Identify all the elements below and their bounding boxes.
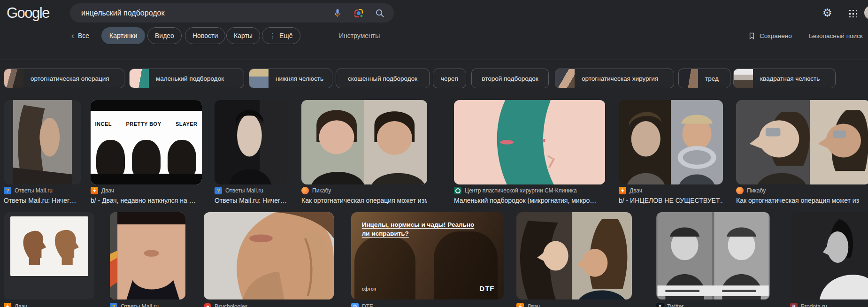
source-label: Двач [101, 187, 114, 194]
result-title[interactable]: Как ортогнатическая операция может из [736, 197, 868, 204]
result-source[interactable]: Двач [91, 186, 202, 195]
dvach-favicon [516, 303, 524, 307]
result-source[interactable]: Двач [516, 302, 632, 307]
image-result-bw-portrait[interactable] [790, 212, 868, 299]
chip-label: череп [434, 75, 465, 82]
result-title[interactable]: Ответы Mail.ru: Ничег… [215, 197, 287, 204]
google-images-results-page: Google [0, 0, 868, 307]
image-result-incel-meme[interactable]: INCEL PRETTY BOY SLAYER [91, 100, 202, 184]
google-logo[interactable]: Google [7, 5, 49, 22]
result-source[interactable]: Пикабу [301, 186, 427, 195]
safe-search-label: Безопасный поиск [809, 32, 863, 39]
pikabu-favicon [736, 187, 744, 194]
dvach-favicon [619, 187, 626, 194]
image-result-hand-on-jaw[interactable] [204, 212, 334, 299]
image-result-woman-profile[interactable] [4, 100, 81, 184]
chip-thumbnail [734, 69, 753, 88]
result-source[interactable]: Ответы Mail.ru [4, 186, 81, 195]
tab-news[interactable]: Новости [185, 27, 225, 44]
image-result-chin-illustration[interactable] [454, 100, 605, 184]
result-source[interactable]: Ответы Mail.ru [215, 186, 287, 195]
chip-label: скошенный подбородок [341, 75, 424, 82]
chip-small-chin[interactable]: маленький подбородок [129, 69, 244, 88]
result-source[interactable]: DTF [351, 302, 504, 307]
chip-thumbnail [555, 69, 575, 88]
tab-all[interactable]: ‹ Все [71, 27, 89, 44]
result-source[interactable]: Psychologies [204, 302, 334, 307]
otvety-mailru-favicon [110, 303, 117, 307]
search-bar[interactable] [70, 3, 394, 23]
sm-clinic-favicon [454, 187, 461, 194]
image-result-dark-portrait[interactable] [215, 100, 287, 184]
search-icon[interactable] [374, 8, 385, 19]
tab-more[interactable]: ⋮ Ещё [262, 27, 300, 44]
image-result-3d-heads[interactable] [4, 212, 94, 299]
chip-label: ортогнатическая хирургия [575, 75, 665, 82]
image-result-man-lower-face[interactable] [110, 212, 185, 299]
tab-maps[interactable]: Карты [226, 27, 260, 44]
image-result-dtf-meme[interactable]: Инцелы, нормисы и чады! Реально ли испра… [351, 212, 504, 299]
tab-images[interactable]: Картинки [101, 27, 145, 44]
result-caption: Двач [4, 302, 94, 307]
tab-video[interactable]: Видео [147, 27, 182, 44]
result-source[interactable]: Ответы Mail.ru [110, 302, 185, 307]
source-label: Двач [630, 187, 642, 194]
account-avatar[interactable] [864, 6, 868, 20]
saved-button[interactable]: Сохранено [748, 27, 792, 44]
image-result-vintage-photos[interactable] [656, 212, 770, 299]
meme-head [132, 140, 161, 179]
chip-thumbnail [679, 69, 698, 88]
dvach-favicon [4, 303, 11, 307]
chip-lower-jaw[interactable]: нижняя челюсть [249, 69, 332, 88]
source-label: Пикабу [747, 187, 766, 194]
result-title[interactable]: Как ортогнатическая операция может изм… [301, 197, 427, 204]
inner-image [10, 216, 88, 276]
prodota-favicon [790, 303, 798, 307]
result-source[interactable]: Prodota.ru [790, 302, 868, 307]
result-caption: Двач b/ - ИНЦЕЛОВ НЕ СУЩЕСТВУЕТ… [619, 186, 723, 204]
chip-label: второй подбородок [475, 75, 545, 82]
chip-ortognathic-surgery[interactable]: ортогнатическая хирургия [555, 69, 674, 88]
safe-search-button[interactable]: Безопасный поиск [809, 27, 863, 44]
image-result-two-profiles[interactable] [516, 212, 632, 299]
image-result-two-men-collage[interactable] [619, 100, 723, 184]
result-source[interactable]: Twitter [656, 302, 770, 307]
result-caption: Двач b/ - Двач, недавно наткнулся на … [91, 186, 202, 204]
dtf-favicon [351, 303, 359, 307]
result-title[interactable]: Ответы Mail.ru: Ничег… [4, 197, 81, 204]
source-label: DTF [362, 303, 373, 307]
google-apps-grid-icon[interactable] [848, 8, 857, 17]
result-source[interactable]: Пикабу [736, 186, 868, 195]
tools-button[interactable]: Инструменты [339, 27, 380, 44]
image-result-profile-before-after[interactable] [736, 100, 868, 184]
result-title[interactable]: Маленький подбородок (микрогнатия, микро… [454, 197, 605, 204]
tab-images-label: Картинки [109, 32, 137, 39]
result-source[interactable]: Центр пластической хирургии СМ-Клиника [454, 186, 605, 195]
result-source[interactable]: Двач [4, 302, 94, 307]
google-lens-icon[interactable] [353, 8, 364, 19]
chip-double-chin[interactable]: второй подбородок [471, 69, 549, 88]
tools-label: Инструменты [339, 32, 380, 39]
chip-thread[interactable]: тред [678, 69, 730, 88]
meme-head [168, 140, 197, 179]
otvety-mailru-favicon [215, 187, 222, 194]
search-input[interactable] [80, 8, 332, 18]
source-label: Пикабу [312, 187, 331, 194]
chip-ortognathic-operation[interactable]: ортогнатическая операция [4, 69, 124, 88]
chip-square-jaw[interactable]: квадратная челюсть [733, 69, 836, 88]
voice-search-icon[interactable] [332, 8, 343, 19]
result-source[interactable]: Двач [619, 186, 723, 195]
source-label: Ответы Mail.ru [15, 187, 53, 194]
image-result-two-women[interactable] [301, 100, 427, 184]
tab-video-label: Видео [155, 32, 174, 39]
source-label: Центр пластической хирургии СМ-Клиника [465, 187, 577, 194]
result-title[interactable]: b/ - Двач, недавно наткнулся на … [91, 197, 202, 204]
settings-gear-icon[interactable]: ⚙ [822, 7, 832, 19]
chip-skull[interactable]: череп [433, 69, 466, 88]
back-chevron-icon: ‹ [71, 31, 74, 41]
chip-receding-chin[interactable]: скошенный подбородок [336, 69, 430, 88]
result-title[interactable]: b/ - ИНЦЕЛОВ НЕ СУЩЕСТВУЕТ… [619, 197, 723, 204]
chip-label: квадратная челюсть [753, 75, 827, 82]
saved-label: Сохранено [760, 32, 792, 39]
otvety-mailru-favicon [4, 187, 11, 194]
